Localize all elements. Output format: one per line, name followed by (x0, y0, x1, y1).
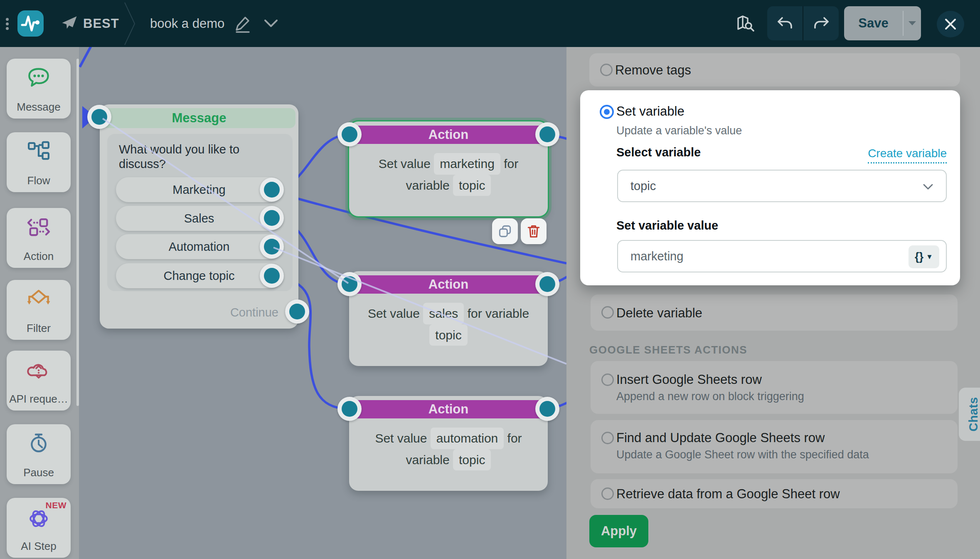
block-palette-sidebar: Message Flow Action Filter API reque… (0, 47, 79, 559)
undo-button[interactable] (767, 6, 803, 40)
chevron-down-icon (923, 183, 933, 190)
action-node-header[interactable]: Action (353, 400, 544, 418)
action-node-marketing[interactable]: Action Set value marketing for variable … (349, 121, 548, 216)
option-title: Set variable (616, 104, 685, 119)
variable-select[interactable]: topic (617, 170, 947, 202)
variable-chip: topic (453, 449, 491, 471)
continue-label: Continue (162, 306, 278, 319)
sidebar-item-label: Filter (7, 322, 71, 335)
sidebar-item-action[interactable]: Action (7, 208, 71, 268)
close-editor-button[interactable] (937, 11, 964, 37)
choice-button-change-topic[interactable]: Change topic (116, 263, 282, 288)
output-port-action-1[interactable] (535, 122, 559, 146)
input-port-action-3[interactable] (337, 397, 362, 421)
action-middle: for variable (468, 307, 529, 320)
value-chip: marketing (434, 153, 500, 175)
output-port-action-3[interactable] (535, 397, 559, 421)
flow-title: book a demo (150, 0, 224, 47)
choice-button-automation[interactable]: Automation (116, 234, 282, 259)
action-prefix: Set value (375, 431, 427, 445)
create-variable-link[interactable]: Create variable (868, 147, 947, 163)
save-options-button[interactable] (904, 20, 921, 26)
output-port-change-topic[interactable] (260, 264, 284, 288)
output-port-sales[interactable] (260, 206, 284, 230)
action-node-automation[interactable]: Action Set value automation for variable… (349, 396, 548, 491)
sidebar-item-pause[interactable]: Pause (7, 424, 71, 484)
input-port-message[interactable] (87, 105, 111, 129)
sidebar-item-ai-step[interactable]: NEW AI Step (7, 498, 71, 558)
option-title: Delete variable (616, 306, 702, 321)
duplicate-node-button[interactable] (492, 218, 518, 244)
option-remove-tags[interactable]: Remove tags (589, 53, 960, 87)
map-search-icon[interactable] (735, 13, 756, 34)
flow-canvas[interactable]: Message What would you like to discuss? … (79, 47, 566, 559)
action-node-summary: Set value automation for variable topic (359, 428, 538, 470)
flow-tree-icon (26, 139, 52, 165)
value-chip: sales (423, 303, 464, 324)
app-logo[interactable] (17, 10, 44, 37)
caret-down-icon: ▼ (926, 253, 933, 261)
save-split-button: Save (844, 6, 921, 40)
sidebar-item-message[interactable]: Message (7, 59, 71, 119)
sidebar-item-label: AI Step (7, 540, 71, 553)
option-insert-google-sheets-row[interactable]: Insert Google Sheets row Append a new ro… (591, 361, 958, 414)
sidebar-item-filter[interactable]: Filter (7, 280, 71, 340)
set-variable-card[interactable]: Set variable Update a variable's value S… (580, 90, 960, 285)
option-title: Remove tags (615, 63, 691, 78)
action-node-summary: Set value sales for variable topic (359, 303, 538, 346)
option-title: Find and Update Google Sheets row (616, 430, 825, 445)
option-retrieve-google-sheet-row[interactable]: Retrieve data from a Google Sheet row (591, 479, 958, 508)
variable-chip: topic (453, 175, 491, 196)
action-node-header[interactable]: Action (353, 275, 544, 294)
action-node-sales[interactable]: Action Set value sales for variable topi… (349, 271, 548, 366)
redo-button[interactable] (803, 6, 839, 40)
action-node-header[interactable]: Action (353, 126, 544, 144)
chats-tab-label: Chats (967, 397, 980, 431)
output-port-marketing[interactable] (260, 178, 284, 202)
undo-redo-group (767, 6, 839, 40)
sidebar-item-label: Action (7, 250, 71, 263)
input-port-action-1[interactable] (337, 122, 362, 146)
stopwatch-icon (26, 431, 52, 457)
message-node-header[interactable]: Message (103, 108, 295, 128)
sidebar-item-flow[interactable]: Flow (7, 132, 71, 192)
radio-retrieve-row[interactable] (601, 487, 614, 500)
input-port-action-2[interactable] (337, 272, 362, 296)
message-question-text: What would you like to discuss? (119, 142, 277, 172)
output-port-action-2[interactable] (535, 272, 559, 296)
output-port-automation[interactable] (260, 235, 284, 259)
action-code-icon (26, 215, 52, 240)
radio-find-update-row[interactable] (601, 432, 614, 444)
option-subtitle: Append a new row on block triggering (616, 390, 804, 403)
choice-button-sales[interactable]: Sales (116, 206, 282, 231)
radio-set-variable[interactable] (600, 105, 614, 119)
sidebar-item-label: API reque… (7, 393, 71, 406)
chats-tab[interactable]: Chats (959, 388, 980, 441)
sidebar-item-api-request[interactable]: API reque… (7, 351, 71, 411)
workspace-switcher[interactable]: BEST (61, 0, 119, 47)
option-delete-variable[interactable]: Delete variable (591, 294, 958, 331)
sidebar-scrollbar[interactable] (76, 59, 79, 406)
block-settings-panel: Remove tags Set variable Update a variab… (566, 47, 980, 559)
radio-delete-variable[interactable] (601, 306, 614, 319)
option-find-update-google-sheets-row[interactable]: Find and Update Google Sheets row Update… (591, 420, 958, 473)
output-port-continue[interactable] (285, 299, 309, 324)
radio-remove-tags[interactable] (600, 64, 613, 76)
edit-pencil-icon[interactable] (233, 15, 251, 33)
variable-value-input[interactable]: marketing {} ▼ (617, 240, 947, 272)
google-sheets-section-header: GOOGLE SHEETS ACTIONS (589, 344, 747, 356)
insert-variable-button[interactable]: {} ▼ (909, 245, 939, 268)
choice-button-marketing[interactable]: Marketing (116, 177, 282, 202)
sidebar-item-label: Pause (7, 466, 71, 479)
variable-select-value: topic (630, 179, 656, 193)
option-title: Insert Google Sheets row (616, 372, 762, 387)
option-subtitle: Update a variable's value (616, 124, 742, 137)
radio-insert-row[interactable] (601, 373, 614, 386)
apply-button[interactable]: Apply (589, 515, 648, 547)
select-variable-label: Select variable (616, 146, 701, 159)
variable-value-text: marketing (630, 250, 683, 263)
braces-icon: {} (915, 250, 923, 263)
save-button[interactable]: Save (844, 16, 903, 31)
delete-node-button[interactable] (521, 218, 547, 244)
flow-menu-chevron-icon[interactable] (263, 18, 278, 28)
